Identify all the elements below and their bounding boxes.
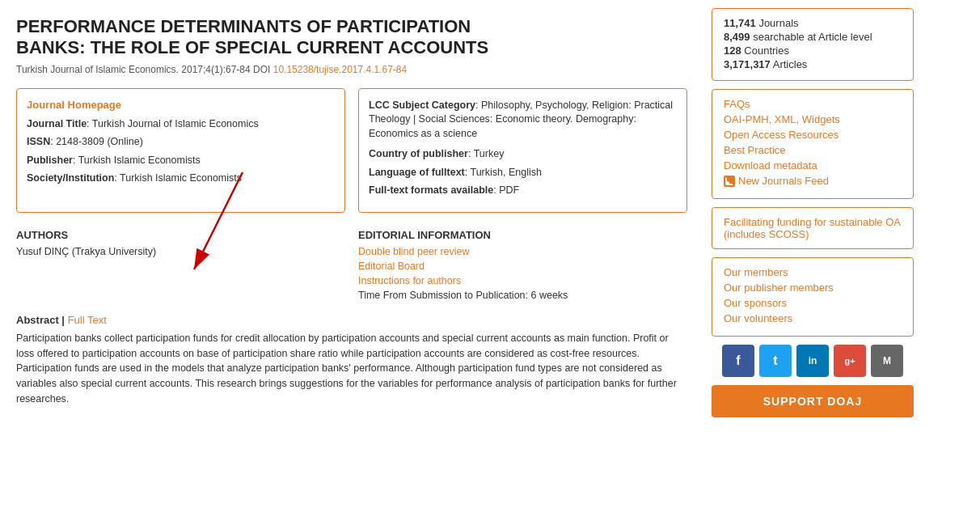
best-practice-link[interactable]: Best Practice [724, 144, 902, 156]
sidebar-links-box: FAQs OAI-PMH, XML, Widgets Open Access R… [712, 89, 914, 199]
abstract-section: Abstract | Full Text Participation banks… [16, 314, 687, 407]
doi-link[interactable]: 10.15238/tujise.2017.4.1.67-84 [273, 64, 407, 75]
stat-articles: 3,171,317 Articles [724, 58, 902, 70]
download-metadata-link[interactable]: Download metadata [724, 159, 902, 172]
faq-link[interactable]: FAQs [724, 98, 902, 110]
sidebar: 11,741 Journals 8,499 searchable at Arti… [703, 0, 922, 521]
peer-review-link[interactable]: Double blind peer review [358, 246, 687, 257]
support-doaj-button[interactable]: SUPPORT DOAJ [712, 385, 914, 417]
svg-line-1 [194, 172, 243, 269]
editorial-board-link[interactable]: Editorial Board [358, 260, 687, 272]
social-links: f t in g+ M [712, 345, 914, 377]
mendeley-button[interactable]: M [871, 345, 903, 377]
our-members-link[interactable]: Our members [724, 266, 902, 278]
oai-link[interactable]: OAI-PMH, XML, Widgets [724, 113, 902, 125]
googleplus-button[interactable]: g+ [834, 345, 866, 377]
twitter-button[interactable]: t [759, 345, 792, 377]
arrow-annotation [146, 164, 291, 294]
new-journals-feed-link[interactable]: New Journals Feed [724, 175, 902, 187]
page-title: PERFORMANCE DETERMINANTS OF PARTICIPATIO… [16, 16, 687, 59]
members-box: Our members Our publisher members Our sp… [712, 257, 914, 337]
rss-icon [724, 176, 735, 187]
authors-section: AUTHORS Yusuf DINÇ (Trakya University) [16, 229, 345, 301]
authors-editorial-section: AUTHORS Yusuf DINÇ (Trakya University) E… [16, 229, 687, 301]
our-sponsors-link[interactable]: Our sponsors [724, 297, 902, 309]
journal-homepage-link[interactable]: Journal Homepage [27, 99, 335, 111]
facebook-button[interactable]: f [722, 345, 754, 377]
editorial-heading: EDITORIAL INFORMATION [358, 229, 687, 241]
scoss-box: Facilitating funding for sustainable OA … [712, 207, 914, 249]
main-content: PERFORMANCE DETERMINANTS OF PARTICIPATIO… [0, 0, 703, 521]
instructions-authors-link[interactable]: Instructions for authors [358, 275, 687, 286]
info-boxes: Journal Homepage Journal Title: Turkish … [16, 88, 687, 213]
submission-time: Time From Submission to Publication: 6 w… [358, 290, 687, 301]
stat-countries: 128 Countries [724, 44, 902, 57]
lcc-info-box: LCC Subject Category: Philosophy, Psycho… [358, 88, 687, 213]
our-volunteers-link[interactable]: Our volunteers [724, 312, 902, 324]
linkedin-button[interactable]: in [796, 345, 829, 377]
our-publisher-members-link[interactable]: Our publisher members [724, 282, 902, 294]
scoss-link[interactable]: Facilitating funding for sustainable OA … [724, 216, 900, 240]
stat-journals: 11,741 Journals [724, 17, 902, 29]
abstract-header: Abstract | Full Text [16, 314, 687, 326]
journal-reference: Turkish Journal of Islamic Economics. 20… [16, 64, 687, 75]
stats-box: 11,741 Journals 8,499 searchable at Arti… [712, 8, 914, 81]
editorial-section: EDITORIAL INFORMATION Double blind peer … [358, 229, 687, 301]
abstract-text: Participation banks collect participatio… [16, 331, 687, 407]
stat-searchable: 8,499 searchable at Article level [724, 31, 902, 43]
open-access-link[interactable]: Open Access Resources [724, 129, 902, 141]
full-text-link[interactable]: Full Text [68, 314, 107, 326]
